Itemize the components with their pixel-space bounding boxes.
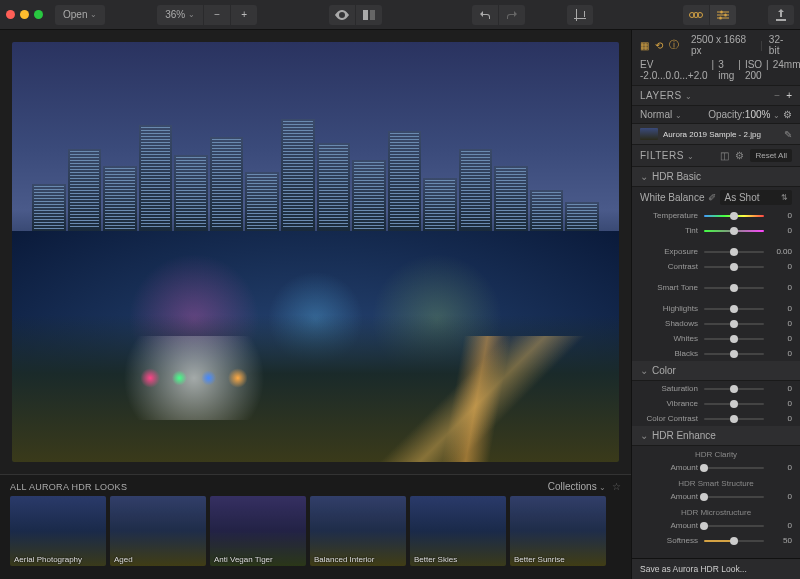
image-canvas[interactable] <box>12 42 619 462</box>
slider-label: Shadows <box>640 319 698 328</box>
crop-button[interactable] <box>567 5 593 25</box>
look-item[interactable]: Better Skies <box>410 496 506 566</box>
slider-track[interactable] <box>704 418 764 420</box>
slider-tint[interactable]: Tint0 <box>632 223 800 238</box>
filter-section-basic[interactable]: ⌄HDR Basic <box>632 167 800 187</box>
slider-track[interactable] <box>704 323 764 325</box>
slider-whites[interactable]: Whites0 <box>632 331 800 346</box>
slider-knob[interactable] <box>730 263 738 271</box>
slider-micro-amount[interactable]: Amount0 <box>632 518 800 533</box>
slider-knob[interactable] <box>700 464 708 472</box>
slider-saturation[interactable]: Saturation0 <box>632 381 800 396</box>
mask-icon[interactable]: ◫ <box>720 150 729 161</box>
slider-micro-softness[interactable]: Softness50 <box>632 533 800 548</box>
slider-color-contrast[interactable]: Color Contrast0 <box>632 411 800 426</box>
open-button[interactable]: Open ⌄ <box>55 5 105 25</box>
histogram-icon[interactable]: ▦ <box>640 40 649 51</box>
slider-track[interactable] <box>704 496 764 498</box>
eye-icon[interactable] <box>329 5 355 25</box>
slider-highlights[interactable]: Highlights0 <box>632 301 800 316</box>
redo-button[interactable] <box>499 5 525 25</box>
slider-knob[interactable] <box>730 212 738 220</box>
brush-icon[interactable]: ✎ <box>784 129 792 140</box>
slider-track[interactable] <box>704 251 764 253</box>
slider-track[interactable] <box>704 266 764 268</box>
look-item[interactable]: Balanced Interior <box>310 496 406 566</box>
slider-knob[interactable] <box>730 227 738 235</box>
slider-exposure[interactable]: Exposure0.00 <box>632 244 800 259</box>
slider-track[interactable] <box>704 525 764 527</box>
sync-icon[interactable]: ⟲ <box>655 40 663 51</box>
slider-vibrance[interactable]: Vibrance0 <box>632 396 800 411</box>
blend-label: Normal <box>640 109 672 120</box>
slider-knob[interactable] <box>700 522 708 530</box>
slider-smart-tone[interactable]: Smart Tone0 <box>632 280 800 295</box>
gear-icon[interactable]: ⚙ <box>783 109 792 120</box>
close-window[interactable] <box>6 10 15 19</box>
metadata-bar: ▦ ⟲ ⓘ 2500 x 1668 px | 32-bit EV -2.0...… <box>632 30 800 86</box>
slider-track[interactable] <box>704 388 764 390</box>
zoom-in-button[interactable]: + <box>231 5 257 25</box>
sub-title: HDR Clarity <box>632 446 800 460</box>
layer-item[interactable]: Aurora 2019 Sample - 2.jpg ✎ <box>632 124 800 145</box>
slider-knob[interactable] <box>730 415 738 423</box>
slider-knob[interactable] <box>730 305 738 313</box>
slider-contrast[interactable]: Contrast0 <box>632 259 800 274</box>
slider-track[interactable] <box>704 467 764 469</box>
white-balance-select[interactable]: As Shot⇅ <box>720 190 792 205</box>
slider-knob[interactable] <box>730 400 738 408</box>
slider-track[interactable] <box>704 230 764 232</box>
compare-icon[interactable] <box>356 5 382 25</box>
slider-track[interactable] <box>704 338 764 340</box>
slider-knob[interactable] <box>730 248 738 256</box>
slider-knob[interactable] <box>730 385 738 393</box>
slider-shadows[interactable]: Shadows0 <box>632 316 800 331</box>
slider-temperature[interactable]: Temperature0 <box>632 208 800 223</box>
chevron-down-icon[interactable]: ⌄ <box>687 152 695 161</box>
blend-mode[interactable]: Normal ⌄ <box>640 109 682 120</box>
slider-knob[interactable] <box>730 320 738 328</box>
look-item[interactable]: Aerial Photography <box>10 496 106 566</box>
slider-knob[interactable] <box>730 335 738 343</box>
chevron-icon[interactable]: ⌄ <box>773 111 780 120</box>
sliders-tab[interactable] <box>710 5 736 25</box>
zoom-level[interactable]: 36% ⌄ <box>157 5 203 25</box>
info-icon[interactable]: ⓘ <box>669 38 679 52</box>
slider-knob[interactable] <box>730 284 738 292</box>
slider-knob[interactable] <box>700 493 708 501</box>
look-item[interactable]: Anti Vegan Tiger <box>210 496 306 566</box>
look-item[interactable]: Better Sunrise <box>510 496 606 566</box>
slider-smart-amount[interactable]: Amount0 <box>632 489 800 504</box>
export-button[interactable] <box>768 5 794 25</box>
undo-button[interactable] <box>472 5 498 25</box>
slider-track[interactable] <box>704 540 764 542</box>
look-item[interactable]: Aged <box>110 496 206 566</box>
slider-track[interactable] <box>704 403 764 405</box>
opacity-value[interactable]: 100% <box>745 109 771 120</box>
slider-blacks[interactable]: Blacks0 <box>632 346 800 361</box>
chevron-down-icon[interactable]: ⌄ <box>685 92 693 101</box>
slider-knob[interactable] <box>730 350 738 358</box>
add-layer-button[interactable]: + <box>786 90 792 101</box>
gear-icon[interactable]: ⚙ <box>735 150 744 161</box>
filter-section-enhance[interactable]: ⌄HDR Enhance <box>632 426 800 446</box>
remove-layer-button[interactable]: − <box>774 90 780 101</box>
slider-track[interactable] <box>704 215 764 217</box>
collections-dropdown[interactable]: Collections ⌄ ☆ <box>548 481 621 492</box>
slider-knob[interactable] <box>730 537 738 545</box>
slider-track[interactable] <box>704 353 764 355</box>
looks-strip[interactable]: Aerial Photography Aged Anti Vegan Tiger… <box>10 496 621 566</box>
eyedropper-icon[interactable]: ✐ <box>708 192 716 203</box>
maximize-window[interactable] <box>34 10 43 19</box>
presets-tab[interactable] <box>683 5 709 25</box>
zoom-out-button[interactable]: − <box>204 5 230 25</box>
save-look-button[interactable]: Save as Aurora HDR Look... <box>632 558 800 579</box>
slider-clarity-amount[interactable]: Amount0 <box>632 460 800 475</box>
sub-title: HDR Microstructure <box>632 504 800 518</box>
reset-all-button[interactable]: Reset All <box>750 149 792 162</box>
minimize-window[interactable] <box>20 10 29 19</box>
star-icon[interactable]: ☆ <box>612 481 621 492</box>
filter-section-color[interactable]: ⌄Color <box>632 361 800 381</box>
slider-track[interactable] <box>704 287 764 289</box>
slider-track[interactable] <box>704 308 764 310</box>
